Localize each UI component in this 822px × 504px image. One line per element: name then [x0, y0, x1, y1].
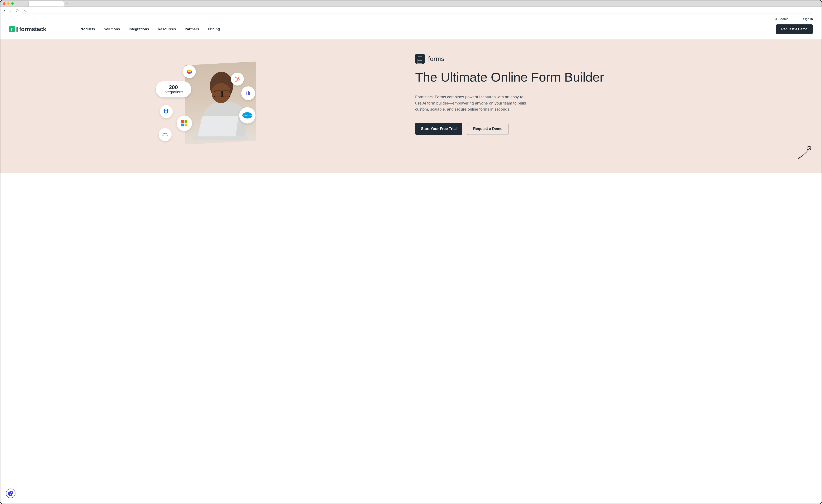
titlebar: + — [0, 0, 822, 7]
microsoft-icon — [176, 116, 192, 131]
request-demo-button[interactable]: Request a Demo — [776, 24, 813, 34]
hubspot-icon — [231, 73, 244, 86]
svg-text:salesforce: salesforce — [243, 115, 252, 117]
svg-rect-6 — [246, 92, 247, 95]
cookie-settings-button[interactable] — [6, 489, 15, 498]
logo-mark-icon — [9, 26, 15, 32]
nav-item-solutions[interactable]: Solutions — [104, 27, 120, 31]
browser-window: + ··· Search Sign In — [0, 0, 822, 504]
intercom-icon — [241, 86, 255, 100]
logo-bars-icon — [16, 27, 18, 32]
back-icon[interactable] — [3, 9, 6, 13]
svg-point-1 — [775, 18, 777, 20]
new-tab-button[interactable]: + — [65, 1, 69, 6]
integrations-label: Integrations — [163, 90, 183, 94]
address-bar[interactable] — [22, 8, 812, 14]
product-name: forms — [428, 55, 444, 62]
minimize-window-icon[interactable] — [7, 2, 10, 5]
svg-rect-12 — [184, 120, 187, 123]
hero-description: Formstack Forms combines powerful featur… — [415, 94, 528, 112]
browser-tab[interactable] — [28, 1, 64, 6]
search-label: Search — [779, 17, 789, 21]
utility-bar: Search Sign In — [0, 15, 822, 21]
svg-rect-11 — [181, 120, 184, 123]
reload-icon[interactable] — [15, 9, 19, 13]
forward-icon[interactable] — [9, 9, 13, 13]
nav-item-partners[interactable]: Partners — [185, 27, 199, 31]
svg-rect-13 — [181, 124, 184, 127]
dropbox-icon — [160, 105, 173, 118]
hero-section: 200 Integrations salesforce — [0, 39, 822, 173]
nav-item-products[interactable]: Products — [79, 27, 95, 31]
airtable-icon — [183, 65, 196, 78]
close-window-icon[interactable] — [3, 2, 5, 5]
start-free-trial-button[interactable]: Start Your Free Trial — [415, 123, 462, 135]
cookie-icon — [8, 491, 13, 496]
salesforce-icon: salesforce — [239, 107, 256, 123]
maximize-window-icon[interactable] — [11, 2, 14, 5]
glasses-icon — [214, 91, 231, 96]
search-button[interactable]: Search — [774, 17, 789, 21]
product-tag: forms — [415, 54, 805, 64]
signin-link[interactable]: Sign In — [803, 17, 813, 21]
browser-menu-icon[interactable]: ··· — [815, 9, 819, 13]
main-nav: formstack Products Solutions Integration… — [0, 21, 822, 39]
request-demo-secondary-button[interactable]: Request a Demo — [467, 123, 508, 135]
hero-cta-group: Start Your Free Trial Request a Demo — [415, 123, 805, 135]
svg-text:aws: aws — [163, 133, 167, 135]
svg-point-4 — [236, 81, 236, 82]
nav-item-integrations[interactable]: Integrations — [128, 27, 149, 31]
aws-icon: aws — [159, 128, 171, 141]
nav-links: Products Solutions Integrations Resource… — [79, 27, 220, 31]
svg-rect-7 — [248, 91, 249, 95]
hero-illustration: 200 Integrations salesforce — [0, 54, 411, 160]
hero-title: The Ultimate Online Form Builder — [415, 70, 805, 84]
nav-item-pricing[interactable]: Pricing — [208, 27, 220, 31]
tab-strip: + — [28, 0, 69, 6]
integrations-badge: 200 Integrations — [156, 81, 191, 97]
svg-point-2 — [238, 78, 240, 80]
arrow-doodle-icon — [797, 146, 813, 160]
browser-toolbar: ··· — [0, 7, 822, 15]
svg-point-5 — [235, 77, 236, 78]
svg-point-3 — [238, 77, 239, 78]
logo[interactable]: formstack — [9, 26, 46, 33]
search-icon — [774, 17, 777, 20]
logo-text: formstack — [19, 26, 46, 33]
svg-point-0 — [24, 10, 26, 11]
hero-copy: forms The Ultimate Online Form Builder F… — [411, 54, 822, 160]
nav-item-resources[interactable]: Resources — [158, 27, 176, 31]
window-controls — [3, 2, 14, 5]
svg-rect-14 — [184, 124, 187, 127]
forms-product-icon — [415, 54, 425, 64]
svg-rect-8 — [249, 92, 250, 95]
page-content: Search Sign In formstack Products Soluti… — [0, 15, 822, 504]
integrations-count: 200 — [169, 84, 178, 90]
